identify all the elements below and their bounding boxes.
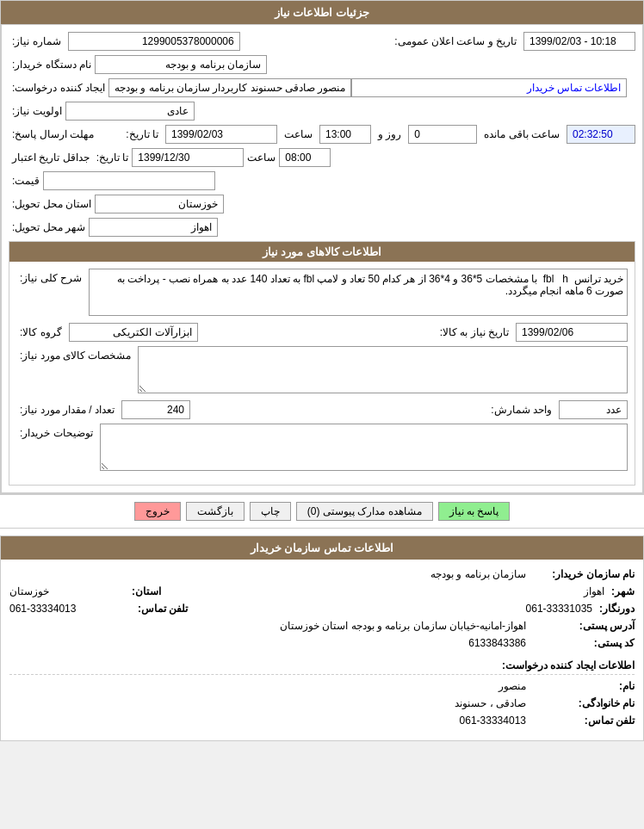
creator-family-value: صادقی ، حسنوند — [455, 697, 526, 709]
specs-label: مشخصات کالای مورد نیاز: — [16, 346, 134, 362]
creator-value: منصور صادقی حسنوند کاربردار سازمان برنام… — [108, 78, 351, 97]
contact-phone-value: 061-33334013 — [9, 603, 76, 615]
button-row: پاسخ به نیاز مشاهده مدارک پیوستی (0) چاپ… — [0, 494, 644, 529]
validity-to-label: تا تاریخ: — [93, 152, 133, 164]
qty-value: 240 — [121, 400, 190, 419]
reply-to-date-label: تا تاریخ: — [122, 128, 162, 140]
description-label: شرح کلی نیاز: — [16, 269, 85, 284]
validity-time-value: 08:00 — [279, 148, 331, 167]
creator-phone-value: 061-33334013 — [460, 715, 526, 727]
remaining-time: 02:32:50 — [567, 125, 635, 144]
goods-title: اطلاعات کالاهای مورد نیاز — [9, 242, 635, 262]
contact-phone-label: تلفن تماس: — [84, 603, 188, 615]
creator-name-value: منصور — [498, 680, 526, 692]
unit-value: عدد — [559, 400, 628, 419]
creator-phone-label: تلفن تماس: — [531, 715, 635, 727]
announce-date-value: 1399/02/03 - 10:18 — [523, 32, 635, 51]
goods-date-value: 1399/02/06 — [516, 323, 628, 342]
goods-group-label: گروه کالا: — [16, 326, 65, 338]
qty-label: تعداد / مقدار مورد نیاز: — [16, 404, 118, 416]
contact-org-label: نام سازمان خریدار: — [531, 568, 635, 580]
buyer-desc-label: توضیحات خریدار: — [16, 424, 96, 439]
buyer-org-value: سازمان برنامه و بودجه — [95, 55, 267, 74]
reply-to-date-value: 1399/02/03 — [165, 125, 277, 144]
price-value — [43, 171, 215, 190]
goods-group-value: ابزارآلات الکتریکی — [69, 323, 198, 342]
back-button[interactable]: بازگشت — [186, 502, 245, 521]
creator-label: ایجاد کننده درخواست: — [9, 82, 108, 94]
remaining-label: ساعت باقی مانده — [480, 128, 563, 140]
contact-org-value: سازمان برنامه و بودجه — [430, 568, 526, 580]
province-label: استان محل تحویل: — [9, 198, 95, 210]
goods-date-label: تاریخ نیاز به کالا: — [437, 326, 512, 338]
contact-city-value: اهواز — [584, 585, 604, 597]
priority-label: اولویت نیاز: — [9, 105, 65, 117]
exit-button[interactable]: خروج — [134, 502, 181, 521]
validity-time-label: ساعت — [244, 152, 279, 164]
contact-title: اطلاعات تماس سازمان خریدار — [1, 536, 643, 560]
reply-time-label: ساعت — [281, 128, 316, 140]
unit-label: واحد شمارش: — [487, 404, 555, 416]
contact-fax-value: 061-33331035 — [526, 603, 592, 615]
reply-button[interactable]: پاسخ به نیاز — [438, 502, 511, 521]
province-value: خوزستان — [95, 195, 224, 213]
validity-label: جداقل تاریخ اعتبار — [9, 152, 93, 164]
reply-deadline-label: مهلت ارسال پاسخ: — [9, 128, 97, 140]
need-number-label: شماره نیاز: — [9, 35, 65, 47]
contact-fax-label: دورنگار: — [599, 603, 635, 615]
city-value: اهواز — [89, 218, 218, 237]
docs-button[interactable]: مشاهده مدارک پیوستی (0) — [296, 502, 433, 521]
contact-address-label: آدرس پستی: — [531, 620, 635, 632]
page-title: جزئیات اطلاعات نیاز — [1, 1, 643, 24]
city-label: شهر محل تحویل: — [9, 221, 89, 233]
reply-time-value: 13:00 — [319, 125, 371, 144]
need-number-value: 1299005378000006 — [68, 32, 240, 51]
buyer-desc-textarea[interactable] — [100, 424, 628, 471]
announce-date-label: تاریخ و ساعت اعلان عمومی: — [391, 35, 520, 47]
remaining-days: 0 — [408, 125, 477, 144]
contact-city-label: شهر: — [611, 585, 635, 597]
description-textarea[interactable] — [89, 269, 628, 316]
print-button[interactable]: چاپ — [250, 502, 291, 521]
creator-link[interactable]: اطلاعات تماس خریدار — [351, 78, 627, 97]
creator-family-label: نام خانوادگی: — [531, 697, 635, 709]
priority-value: عادی — [65, 102, 195, 121]
contact-address-value: اهواز-امانیه-خیابان سازمان برنامه و بودج… — [280, 620, 526, 632]
specs-textarea[interactable] — [138, 346, 628, 393]
buyer-org-label: نام دستگاه خریدار: — [9, 59, 95, 71]
contact-province-value: خوزستان — [9, 585, 49, 597]
validity-to-value: 1399/12/30 — [132, 148, 244, 167]
contact-postal-value: 6133843386 — [468, 637, 526, 649]
creator-contact-title: اطلاعات ایجاد کننده درخواست: — [9, 659, 635, 675]
creator-name-label: نام: — [531, 680, 635, 692]
remaining-days-label: روز و — [375, 128, 405, 140]
contact-province-label: استان: — [58, 585, 161, 597]
price-label: قیمت: — [9, 175, 43, 187]
contact-postal-label: کد پستی: — [531, 637, 635, 649]
